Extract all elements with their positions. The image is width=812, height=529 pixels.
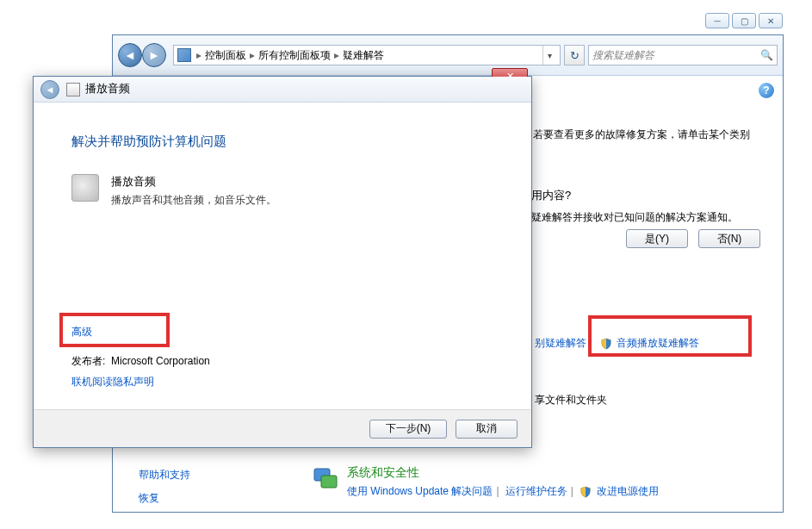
breadcrumb-item[interactable]: 疑难解答 — [341, 48, 386, 63]
dialog-titlebar[interactable]: ◄ 播放音频 — [34, 77, 531, 103]
sidebar-link-help[interactable]: 帮助和支持 — [139, 468, 190, 482]
next-button[interactable]: 下一步(N) — [369, 420, 447, 439]
cancel-button[interactable]: 取消 — [456, 420, 518, 439]
no-button[interactable]: 否(N) — [698, 229, 760, 248]
shield-icon — [580, 486, 592, 498]
speaker-icon — [71, 174, 99, 202]
audio-troubleshoot-link-wrap[interactable]: 音频播放疑难解答 — [600, 336, 699, 351]
search-icon[interactable]: 🔍 — [760, 49, 773, 61]
help-icon[interactable]: ? — [759, 83, 774, 98]
cat-link-wu[interactable]: 使用 Windows Update 解决问题 — [347, 485, 493, 497]
cat-link-maint[interactable]: 运行维护任务 — [505, 485, 567, 497]
shield-icon — [600, 338, 612, 350]
troubleshooter-dialog: ✕ ◄ 播放音频 解决并帮助预防计算机问题 播放音频 播放声音和其他音频，如音乐… — [33, 76, 532, 448]
minimize-button[interactable]: ─ — [705, 13, 729, 28]
troubleshoot-item: 播放音频 播放声音和其他音频，如音乐文件。 — [71, 174, 493, 208]
dialog-back-button[interactable]: ◄ — [40, 80, 59, 99]
svg-rect-1 — [321, 476, 337, 488]
category-title[interactable]: 系统和安全性 — [347, 465, 659, 481]
dialog-title-icon — [66, 83, 80, 96]
content-question: 用内容? — [531, 188, 738, 203]
window-controls: ─ ▢ ✕ — [705, 13, 783, 28]
address-bar[interactable]: ▸ 控制面板 ▸ 所有控制面板项 ▸ 疑难解答 ▾ — [173, 45, 561, 65]
publisher-value: Microsoft Corporation — [111, 355, 210, 367]
cat-link-power[interactable]: 改进电源使用 — [597, 485, 659, 497]
dialog-footer: 下一步(N) 取消 — [34, 409, 531, 447]
control-panel-icon — [177, 48, 191, 62]
share-files-text: 享文件和文件夹 — [535, 393, 607, 408]
yes-button[interactable]: 是(Y) — [626, 229, 688, 248]
dialog-heading: 解决并帮助预防计算机问题 — [71, 134, 493, 150]
close-button[interactable]: ✕ — [759, 13, 783, 28]
sidebar-links: 帮助和支持 恢复 — [139, 468, 190, 514]
category-system-security: 系统和安全性 使用 Windows Update 解决问题| 运行维护任务| 改… — [313, 465, 659, 499]
category-links: 使用 Windows Update 解决问题| 运行维护任务| 改进电源使用 — [347, 484, 659, 499]
dialog-body: 解决并帮助预防计算机问题 播放音频 播放声音和其他音频，如音乐文件。 高级 发布… — [34, 103, 531, 409]
sidebar-link-recovery[interactable]: 恢复 — [139, 491, 190, 506]
more-solutions-text: 若要查看更多的故障修复方案，请单击某个类别 — [533, 128, 750, 142]
maximize-button[interactable]: ▢ — [732, 13, 756, 28]
audio-troubleshoot-link[interactable]: 音频播放疑难解答 — [617, 337, 699, 349]
item-desc: 播放声音和其他音频，如音乐文件。 — [111, 193, 276, 208]
nav-forward-button[interactable]: ► — [142, 43, 166, 67]
refresh-button[interactable]: ↻ — [564, 45, 585, 65]
dialog-title: 播放音频 — [85, 82, 130, 96]
search-placeholder: 搜索疑难解答 — [592, 48, 654, 63]
item-title: 播放音频 — [111, 174, 276, 190]
breadcrumb-item[interactable]: 控制面板 — [203, 48, 248, 63]
search-input[interactable]: 搜索疑难解答 🔍 — [588, 45, 778, 65]
system-security-icon — [313, 465, 340, 493]
content-question-box: 用内容? 疑难解答并接收对已知问题的解决方案通知。 — [531, 188, 738, 225]
troubleshoot-link-left[interactable]: 别疑难解答 — [535, 336, 586, 351]
publisher-line: 发布者: Microsoft Corporation — [71, 354, 210, 369]
troubleshoot-links: 别疑难解答 音频播放疑难解答 — [535, 336, 699, 351]
nav-back-button[interactable]: ◄ — [118, 43, 142, 67]
address-dropdown[interactable]: ▾ — [542, 46, 556, 65]
publisher-label: 发布者: — [71, 355, 105, 367]
address-bar-area: ◄ ► ▸ 控制面板 ▸ 所有控制面板项 ▸ 疑难解答 ▾ ↻ 搜索疑难解答 🔍 — [113, 35, 783, 76]
content-desc: 疑难解答并接收对已知问题的解决方案通知。 — [531, 210, 738, 225]
privacy-link[interactable]: 联机阅读隐私声明 — [71, 375, 154, 389]
breadcrumb-item[interactable]: 所有控制面板项 — [257, 48, 332, 63]
advanced-link[interactable]: 高级 — [71, 325, 92, 339]
